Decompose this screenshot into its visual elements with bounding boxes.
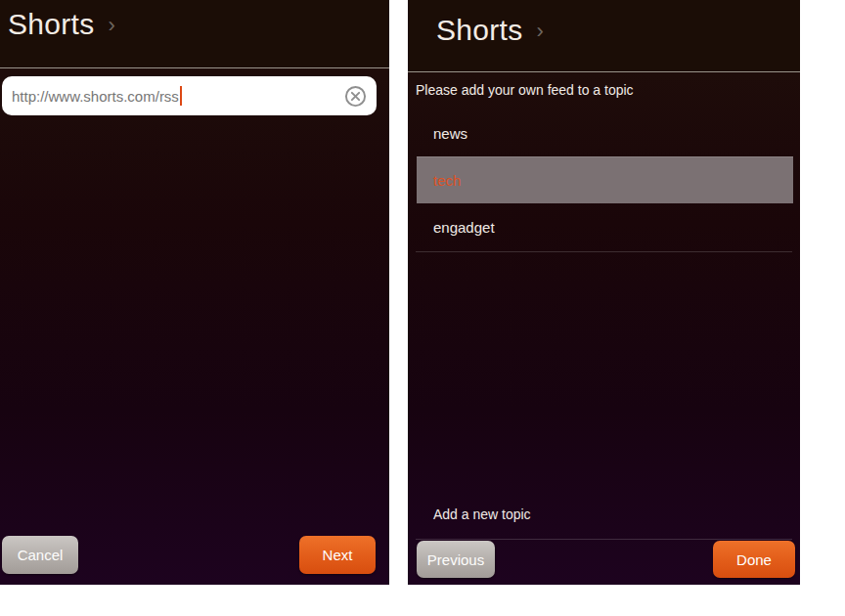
add-topic-label: Add a new topic bbox=[433, 506, 531, 522]
page-title-text: Shorts bbox=[436, 14, 523, 46]
topic-row-news[interactable]: news bbox=[408, 110, 800, 156]
page-title: Shorts› bbox=[436, 14, 544, 47]
topic-label: engadget bbox=[433, 219, 495, 236]
page-title: Shorts› bbox=[8, 8, 115, 41]
chevron-right-icon: › bbox=[537, 19, 545, 43]
previous-button[interactable]: Previous bbox=[417, 541, 495, 578]
divider bbox=[416, 251, 792, 252]
screen-add-feed: Shorts› http://www.shorts.com/rss Cancel… bbox=[0, 0, 389, 585]
text-cursor bbox=[180, 86, 182, 106]
circled-x-glyph bbox=[344, 85, 367, 108]
clear-icon[interactable] bbox=[343, 84, 367, 108]
screen-select-topic: Shorts› Please add your own feed to a to… bbox=[408, 0, 800, 585]
next-button[interactable]: Next bbox=[299, 536, 376, 574]
chevron-right-icon: › bbox=[109, 13, 116, 37]
topic-row-engadget[interactable]: engadget bbox=[408, 203, 800, 250]
done-button[interactable]: Done bbox=[713, 541, 795, 578]
topic-list: news tech engadget bbox=[408, 110, 800, 250]
cancel-button[interactable]: Cancel bbox=[2, 536, 78, 574]
topic-label: news bbox=[433, 125, 467, 142]
url-input-value: http://www.shorts.com/rss bbox=[12, 88, 179, 105]
topic-row-tech[interactable]: tech bbox=[417, 156, 793, 203]
divider bbox=[416, 539, 792, 540]
header: Shorts› bbox=[0, 0, 389, 68]
add-topic-button[interactable]: Add a new topic bbox=[408, 491, 800, 538]
page-title-text: Shorts bbox=[8, 8, 95, 40]
topic-label: tech bbox=[433, 172, 461, 189]
prompt-text: Please add your own feed to a topic bbox=[416, 82, 634, 98]
url-input[interactable]: http://www.shorts.com/rss bbox=[2, 76, 377, 115]
header: Shorts› bbox=[408, 0, 800, 72]
